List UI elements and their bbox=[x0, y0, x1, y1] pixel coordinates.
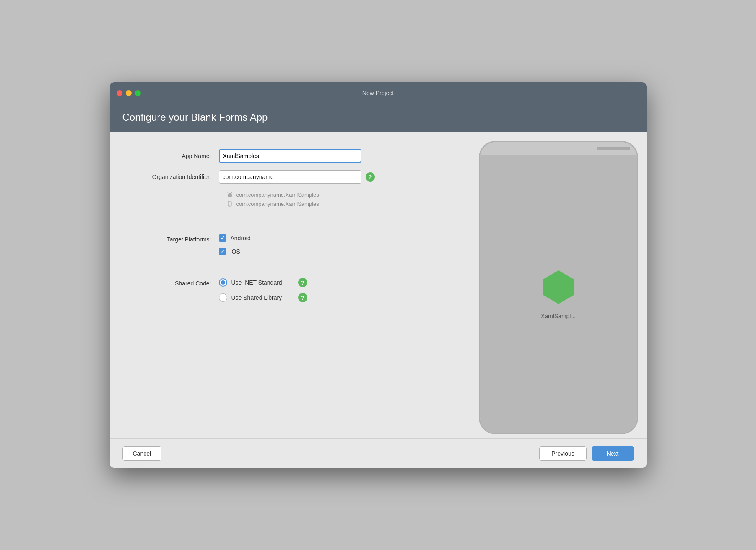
ios-checkbox-row: ✓ iOS bbox=[219, 248, 251, 255]
ios-bundle-id: com.companyname.XamlSamples bbox=[236, 201, 319, 207]
android-checkbox-row: ✓ Android bbox=[219, 234, 251, 242]
phone-top-pill bbox=[597, 147, 630, 150]
svg-marker-6 bbox=[543, 270, 574, 304]
bundle-ids: com.companyname.XamlSamples com.companyn… bbox=[226, 191, 429, 210]
app-name-input[interactable] bbox=[219, 149, 361, 163]
minimize-button[interactable] bbox=[126, 90, 132, 96]
window-controls bbox=[117, 90, 141, 96]
close-button[interactable] bbox=[117, 90, 122, 96]
org-id-help-icon[interactable]: ? bbox=[366, 172, 375, 182]
android-icon bbox=[226, 191, 233, 198]
title-bar: New Project bbox=[110, 82, 647, 104]
footer: Cancel Previous Next bbox=[110, 438, 647, 468]
shared-code-section: Shared Code: Use .NET Standard ? Use Sha… bbox=[135, 278, 429, 302]
header-bar: Configure your Blank Forms App bbox=[110, 104, 647, 132]
phone-screen: XamlSampl... bbox=[480, 155, 637, 433]
platforms-label: Target Platforms: bbox=[135, 234, 219, 243]
radio-options: Use .NET Standard ? Use Shared Library ? bbox=[219, 278, 282, 302]
phone-mockup: XamlSampl... bbox=[479, 141, 638, 434]
app-name-preview: XamlSampl... bbox=[541, 313, 576, 319]
app-icon bbox=[540, 268, 577, 306]
platforms-section: Target Platforms: ✓ Android ✓ iOS bbox=[135, 234, 429, 255]
ios-checkmark: ✓ bbox=[221, 249, 225, 254]
window-title: New Project bbox=[362, 90, 394, 96]
content-area: App Name: Organization Identifier: ? bbox=[110, 132, 647, 438]
org-id-row: Organization Identifier: ? bbox=[135, 170, 429, 184]
shared-library-label: Use Shared Library bbox=[231, 294, 282, 301]
android-bundle-id: com.companyname.XamlSamples bbox=[236, 192, 319, 198]
maximize-button[interactable] bbox=[135, 90, 141, 96]
previous-button[interactable]: Previous bbox=[539, 446, 586, 461]
android-checkbox[interactable]: ✓ bbox=[219, 234, 226, 242]
svg-line-2 bbox=[227, 192, 228, 193]
next-button[interactable]: Next bbox=[592, 446, 634, 461]
ios-icon bbox=[226, 200, 233, 207]
android-checkmark: ✓ bbox=[221, 235, 225, 241]
page-title: Configure your Blank Forms App bbox=[122, 112, 634, 123]
main-window: New Project Configure your Blank Forms A… bbox=[110, 82, 647, 468]
platforms-options: ✓ Android ✓ iOS bbox=[219, 234, 251, 255]
divider-2 bbox=[135, 264, 429, 264]
form-panel: App Name: Organization Identifier: ? bbox=[110, 132, 454, 438]
net-standard-radio[interactable] bbox=[219, 278, 227, 287]
net-standard-label: Use .NET Standard bbox=[231, 279, 282, 286]
svg-line-3 bbox=[231, 192, 232, 193]
app-name-row: App Name: bbox=[135, 149, 429, 163]
shared-library-row: Use Shared Library ? bbox=[219, 293, 282, 302]
android-bundle-row: com.companyname.XamlSamples bbox=[226, 191, 429, 198]
net-standard-help-icon[interactable]: ? bbox=[298, 278, 307, 287]
ios-checkbox[interactable]: ✓ bbox=[219, 248, 226, 255]
app-name-label: App Name: bbox=[135, 153, 219, 159]
preview-panel: XamlSampl... bbox=[454, 132, 647, 438]
footer-right: Previous Next bbox=[539, 446, 634, 461]
org-id-input[interactable] bbox=[219, 170, 361, 184]
ios-bundle-row: com.companyname.XamlSamples bbox=[226, 200, 429, 207]
net-standard-row: Use .NET Standard ? bbox=[219, 278, 282, 287]
ios-label: iOS bbox=[231, 248, 240, 255]
shared-library-radio[interactable] bbox=[219, 293, 227, 302]
divider-1 bbox=[135, 224, 429, 224]
shared-library-help-icon[interactable]: ? bbox=[298, 293, 307, 302]
phone-top-bar bbox=[480, 142, 637, 155]
cancel-button[interactable]: Cancel bbox=[122, 446, 162, 461]
svg-rect-1 bbox=[229, 193, 231, 195]
radio-inner-dot bbox=[221, 280, 225, 285]
org-id-label: Organization Identifier: bbox=[135, 174, 219, 180]
svg-point-5 bbox=[229, 205, 230, 206]
shared-code-label: Shared Code: bbox=[135, 278, 219, 287]
android-label: Android bbox=[231, 235, 251, 241]
